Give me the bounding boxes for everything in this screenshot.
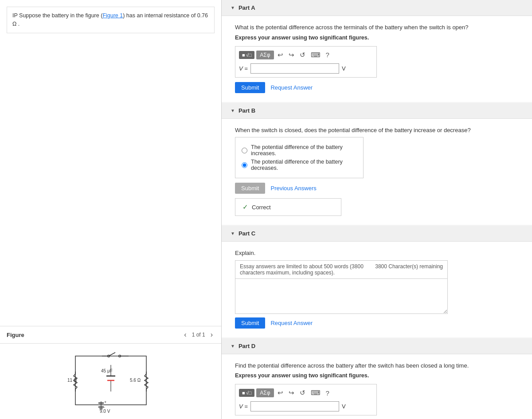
- part-a-input-label: V =: [239, 65, 248, 72]
- figure-title: Figure: [7, 332, 24, 338]
- problem-statement: IP Suppose the battery in the figure (Fi…: [7, 7, 215, 33]
- part-b-option1: The potential difference of the battery …: [242, 144, 357, 157]
- part-a-section: ▼ Part A What is the potential differenc…: [222, 0, 532, 102]
- figure-prev-button[interactable]: ‹: [182, 330, 188, 340]
- part-a-chevron: ▼: [231, 5, 235, 10]
- part-c-body: Explain. Essay answers are limited to ab…: [222, 242, 532, 337]
- greek-button-a[interactable]: AΣφ: [256, 51, 274, 59]
- part-a-input-row: V = V: [239, 63, 373, 74]
- part-c-label: Part C: [239, 230, 255, 237]
- part-b-option2-label: The potential difference of the battery …: [251, 159, 357, 171]
- part-a-actions: Submit Request Answer: [235, 82, 519, 93]
- part-d-input[interactable]: [250, 401, 339, 411]
- part-d-question: Find the potential difference across the…: [235, 361, 519, 370]
- essay-hint: Essay answers are limited to about 500 w…: [235, 260, 448, 278]
- refresh-button-d[interactable]: ↺: [298, 388, 307, 398]
- part-c-actions: Submit Request Answer: [235, 317, 519, 329]
- part-a-unit: V: [342, 65, 346, 72]
- part-d-label: Part D: [239, 343, 255, 349]
- essay-textarea[interactable]: [235, 278, 448, 314]
- refresh-button-a[interactable]: ↺: [298, 50, 307, 60]
- figure-header: Figure ‹ 1 of 1 ›: [0, 326, 221, 344]
- part-b-submit-button[interactable]: Submit: [235, 183, 265, 194]
- right-panel: ▼ Part A What is the potential differenc…: [222, 0, 532, 419]
- redo-button-d[interactable]: ↪: [287, 388, 296, 398]
- part-c-submit-button[interactable]: Submit: [235, 317, 265, 329]
- part-d-input-row: V = V: [239, 401, 373, 411]
- part-d-unit: V: [342, 403, 346, 410]
- part-b-actions: Submit Previous Answers: [235, 183, 519, 194]
- correct-text: Correct: [252, 204, 271, 211]
- part-b-radio2[interactable]: [242, 162, 247, 168]
- greek-button-d[interactable]: AΣφ: [256, 388, 274, 397]
- part-d-body: Find the potential difference across the…: [222, 354, 532, 419]
- part-b-previous-answers[interactable]: Previous Answers: [270, 185, 316, 192]
- part-b-header[interactable]: ▼ Part B: [222, 103, 532, 119]
- part-a-instruction: Express your answer using two significan…: [235, 35, 519, 41]
- figure-nav-text: 1 of 1: [192, 332, 205, 338]
- part-d-chevron: ▼: [231, 344, 235, 349]
- correct-badge: ✓ Correct: [235, 198, 341, 216]
- figure-next-button[interactable]: ›: [209, 330, 215, 340]
- figure-section: Figure ‹ 1 of 1 › 11 Ω: [0, 326, 221, 419]
- circuit-diagram: 11 Ω 45 μF 5.6 Ω 9.0 V: [62, 347, 160, 416]
- part-b-option2: The potential difference of the battery …: [242, 159, 357, 171]
- part-b-question: When the switch is closed, does the pote…: [235, 126, 519, 135]
- formula-button-a[interactable]: ■ √□: [239, 51, 254, 59]
- part-d-header[interactable]: ▼ Part D: [222, 338, 532, 354]
- undo-button-d[interactable]: ↩: [276, 388, 285, 398]
- part-c-request-answer[interactable]: Request Answer: [270, 320, 313, 326]
- part-c-chevron: ▼: [231, 231, 235, 236]
- part-c-question: Explain.: [235, 249, 519, 258]
- part-a-question: What is the potential difference across …: [235, 23, 519, 32]
- svg-text:+: +: [104, 400, 106, 404]
- part-a-answer-box: ■ √□ AΣφ ↩ ↪ ↺ ⌨ ? V = V: [235, 46, 377, 78]
- part-d-section: ▼ Part D Find the potential difference a…: [222, 338, 532, 419]
- undo-button-a[interactable]: ↩: [276, 50, 285, 60]
- formula-button-d[interactable]: ■ √□: [239, 389, 254, 397]
- part-c-header[interactable]: ▼ Part C: [222, 226, 532, 242]
- part-b-section: ▼ Part B When the switch is closed, does…: [222, 103, 532, 225]
- part-a-header[interactable]: ▼ Part A: [222, 0, 532, 16]
- part-d-instruction: Express your answer using two significan…: [235, 372, 519, 379]
- part-a-label: Part A: [239, 4, 255, 11]
- part-b-option1-label: The potential difference of the battery …: [251, 144, 357, 157]
- redo-button-a[interactable]: ↪: [287, 50, 296, 60]
- part-b-radio1[interactable]: [242, 148, 247, 153]
- keyboard-button-d[interactable]: ⌨: [309, 388, 322, 398]
- formula-icon-a: ■: [242, 52, 245, 58]
- figure-diagram: 11 Ω 45 μF 5.6 Ω 9.0 V: [0, 344, 221, 419]
- left-panel: IP Suppose the battery in the figure (Fi…: [0, 0, 222, 419]
- figure-link[interactable]: Figure 1: [102, 12, 123, 19]
- problem-text: IP Suppose the battery in the figure (: [12, 12, 102, 19]
- part-a-submit-button[interactable]: Submit: [235, 82, 265, 93]
- formula-icon-d: ■: [242, 390, 245, 396]
- part-c-section: ▼ Part C Explain. Essay answers are limi…: [222, 226, 532, 337]
- part-d-toolbar: ■ √□ AΣφ ↩ ↪ ↺ ⌨ ?: [239, 388, 373, 398]
- part-d-input-label: V =: [239, 403, 248, 410]
- part-b-chevron: ▼: [231, 108, 235, 113]
- part-b-radio-box: The potential difference of the battery …: [235, 137, 364, 178]
- formula-label-a: √□: [246, 52, 252, 58]
- svg-text:9.0 V: 9.0 V: [100, 409, 110, 414]
- figure-nav: ‹ 1 of 1 ›: [182, 330, 215, 340]
- keyboard-button-a[interactable]: ⌨: [309, 50, 322, 60]
- part-d-answer-box: ■ √□ AΣφ ↩ ↪ ↺ ⌨ ? V = V: [235, 384, 377, 415]
- svg-text:5.6 Ω: 5.6 Ω: [130, 378, 141, 383]
- help-button-d[interactable]: ?: [324, 388, 331, 398]
- part-a-toolbar: ■ √□ AΣφ ↩ ↪ ↺ ⌨ ?: [239, 50, 373, 60]
- svg-text:-: -: [104, 405, 105, 409]
- check-icon: ✓: [243, 203, 248, 211]
- part-b-body: When the switch is closed, does the pote…: [222, 119, 532, 225]
- part-a-body: What is the potential difference across …: [222, 16, 532, 102]
- part-b-label: Part B: [239, 107, 255, 114]
- formula-label-d: √□: [246, 390, 252, 396]
- essay-hint-text: Essay answers are limited to about 500 w…: [240, 263, 375, 276]
- char-remaining: 3800 Character(s) remaining: [375, 263, 443, 276]
- part-a-request-answer[interactable]: Request Answer: [270, 84, 313, 91]
- help-button-a[interactable]: ?: [324, 50, 331, 59]
- part-a-input[interactable]: [250, 63, 339, 74]
